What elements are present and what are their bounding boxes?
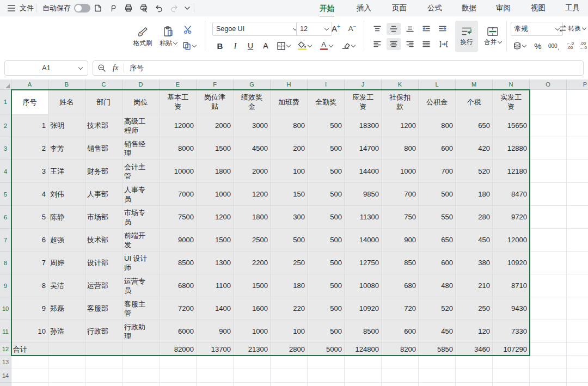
- cell-F4[interactable]: 1800: [197, 160, 234, 183]
- cell-L1[interactable]: 公积金: [419, 90, 456, 114]
- cell-I14[interactable]: [308, 369, 345, 383]
- cell-K8[interactable]: 850: [382, 252, 419, 274]
- cell-H15[interactable]: [271, 383, 308, 386]
- cell-A14[interactable]: [11, 369, 48, 383]
- cell-B10[interactable]: 郑磊: [48, 297, 85, 320]
- strikethrough-button[interactable]: A: [259, 39, 272, 52]
- cell-P3[interactable]: [567, 137, 588, 160]
- row-header-6[interactable]: 6: [0, 206, 11, 229]
- cell-G8[interactable]: 2200: [234, 252, 271, 274]
- cell-B12[interactable]: [48, 343, 85, 356]
- cell-E13[interactable]: [160, 356, 197, 369]
- cell-I8[interactable]: 500: [308, 252, 345, 274]
- cell-A6[interactable]: 5: [11, 206, 48, 229]
- cell-J3[interactable]: 14700: [345, 137, 382, 160]
- cell-I12[interactable]: 5000: [308, 343, 345, 356]
- cell-D7[interactable]: 前端开 发: [122, 229, 160, 252]
- tab-6[interactable]: 视图: [531, 0, 546, 16]
- cell-I15[interactable]: [308, 383, 345, 386]
- align-right-button[interactable]: [403, 38, 417, 50]
- cell-D6[interactable]: 市场专 员: [122, 206, 160, 229]
- cell-J9[interactable]: 10080: [345, 274, 382, 297]
- print-preview-button[interactable]: [137, 2, 150, 15]
- row-header-13[interactable]: 13: [0, 356, 11, 369]
- cell-D10[interactable]: 客服主 管: [122, 297, 160, 320]
- cell-C11[interactable]: 行政部: [85, 320, 122, 343]
- copy-button[interactable]: [180, 39, 198, 52]
- cell-F10[interactable]: 1400: [197, 297, 234, 320]
- cell-G12[interactable]: 21300: [234, 343, 271, 356]
- column-header-G[interactable]: G: [234, 79, 271, 90]
- cell-C5[interactable]: 人事部: [85, 183, 122, 206]
- cell-I9[interactable]: 500: [308, 274, 345, 297]
- cell-L7[interactable]: 650: [419, 229, 456, 252]
- main-menu-button[interactable]: 文件: [8, 0, 34, 16]
- fill-color-button[interactable]: [295, 39, 314, 52]
- cell-P9[interactable]: [567, 274, 588, 297]
- cell-E12[interactable]: 82000: [160, 343, 197, 356]
- cell-P1[interactable]: [567, 90, 588, 114]
- row-header-9[interactable]: 9: [0, 274, 11, 297]
- cell-D5[interactable]: 人事专 员: [122, 183, 160, 206]
- row-header-3[interactable]: 3: [0, 137, 11, 160]
- cell-B7[interactable]: 超强: [48, 229, 85, 252]
- cell-A5[interactable]: 4: [11, 183, 48, 206]
- cell-L3[interactable]: 600: [419, 137, 456, 160]
- tab-2[interactable]: 页面: [392, 0, 407, 16]
- cell-K3[interactable]: 800: [382, 137, 419, 160]
- align-middle-button[interactable]: [387, 23, 401, 35]
- cell-F5[interactable]: 1000: [197, 183, 234, 206]
- cell-D11[interactable]: 行政助 理: [122, 320, 160, 343]
- bold-button[interactable]: B: [213, 39, 226, 52]
- cell-F8[interactable]: 1300: [197, 252, 234, 274]
- cell-K10[interactable]: 720: [382, 297, 419, 320]
- cell-A11[interactable]: 10: [11, 320, 48, 343]
- cell-G11[interactable]: 1000: [234, 320, 271, 343]
- justify-button[interactable]: [419, 38, 433, 50]
- cell-K15[interactable]: [382, 383, 419, 386]
- cell-K5[interactable]: 700: [382, 183, 419, 206]
- cell-K14[interactable]: [382, 369, 419, 383]
- cell-D4[interactable]: 会计主 管: [122, 160, 160, 183]
- number-format-select[interactable]: 常规: [511, 22, 563, 36]
- cell-C12[interactable]: [85, 343, 122, 356]
- cell-A4[interactable]: 3: [11, 160, 48, 183]
- text-direction-button[interactable]: [436, 38, 452, 50]
- cell-L14[interactable]: [419, 369, 456, 383]
- cell-J10[interactable]: 10920: [345, 297, 382, 320]
- cell-E7[interactable]: 9000: [160, 229, 197, 252]
- column-header-F[interactable]: F: [197, 79, 234, 90]
- cell-P2[interactable]: [567, 114, 588, 137]
- row-header-8[interactable]: 8: [0, 252, 11, 274]
- cell-D15[interactable]: [122, 383, 160, 386]
- cell-L11[interactable]: 450: [419, 320, 456, 343]
- cell-L6[interactable]: 550: [419, 206, 456, 229]
- borders-button[interactable]: [274, 39, 293, 52]
- cell-N3[interactable]: 12880: [493, 137, 530, 160]
- percent-button[interactable]: %: [531, 39, 544, 52]
- cell-M12[interactable]: 3460: [456, 343, 493, 356]
- column-header-D[interactable]: D: [122, 79, 160, 90]
- cell-M1[interactable]: 个税: [456, 90, 493, 114]
- cell-I4[interactable]: 500: [308, 160, 345, 183]
- cell-P6[interactable]: [567, 206, 588, 229]
- cell-H5[interactable]: 150: [271, 183, 308, 206]
- cell-E3[interactable]: 8000: [160, 137, 197, 160]
- cell-M4[interactable]: 520: [456, 160, 493, 183]
- cell-M6[interactable]: 280: [456, 206, 493, 229]
- cell-I1[interactable]: 全勤奖: [308, 90, 345, 114]
- cell-O5[interactable]: [530, 183, 567, 206]
- cell-M7[interactable]: 450: [456, 229, 493, 252]
- cell-G15[interactable]: [234, 383, 271, 386]
- cell-K6[interactable]: 750: [382, 206, 419, 229]
- cell-G10[interactable]: 1600: [234, 297, 271, 320]
- cell-B5[interactable]: 刘伟: [48, 183, 85, 206]
- cell-H14[interactable]: [271, 369, 308, 383]
- cell-C8[interactable]: 设计部: [85, 252, 122, 274]
- thousands-separator-button[interactable]: 000 ,: [546, 39, 562, 52]
- cell-N11[interactable]: 7330: [493, 320, 530, 343]
- currency-button[interactable]: [511, 39, 528, 52]
- export-button[interactable]: [107, 2, 120, 15]
- cell-K11[interactable]: 600: [382, 320, 419, 343]
- cell-O8[interactable]: [530, 252, 567, 274]
